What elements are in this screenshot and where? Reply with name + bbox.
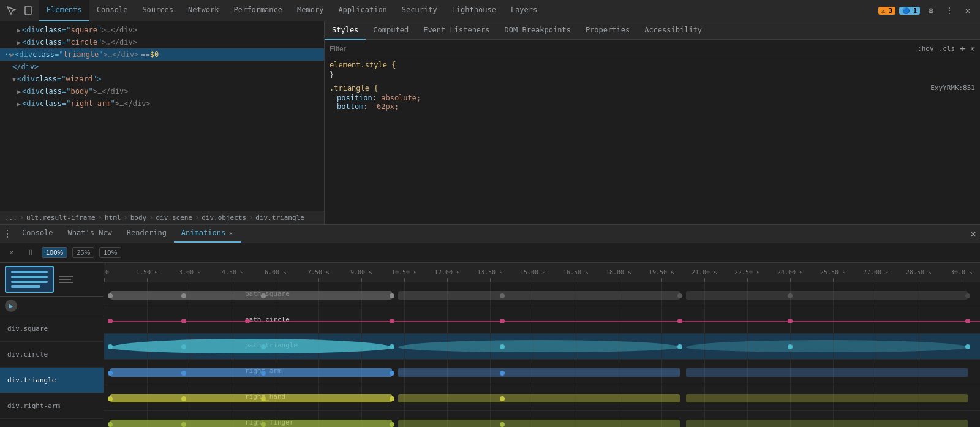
expand-panel-icon[interactable]: ⇱	[971, 45, 975, 53]
dot-rarm-4	[390, 371, 394, 376]
dom-line-wizard[interactable]: ▼ <div class="wizard">	[0, 73, 324, 85]
breadcrumb-item-scene[interactable]: div.scene	[156, 214, 192, 222]
drawer-tab-animations[interactable]: Animations ✕	[174, 224, 241, 243]
timeline-tracks-area: 0 1.50 s 3.00 s 4.50 s	[104, 263, 980, 428]
preview-thumb[interactable]	[5, 266, 54, 293]
css-file-ref[interactable]: ExyYRMK:851	[930, 84, 975, 93]
speed-25-button[interactable]: 25%	[72, 247, 94, 258]
svg-rect-1	[26, 13, 30, 13]
timeline-left: ▶ div.square div.circle div.triangle div…	[0, 263, 104, 428]
tab-application[interactable]: Application	[331, 0, 394, 21]
dom-line-body[interactable]: ▶ <div class="body">…</div>	[0, 85, 324, 97]
breadcrumb-item-more[interactable]: ...	[5, 214, 17, 222]
drawer-close-button[interactable]: ✕	[970, 228, 976, 240]
left-panel: ▶ <div class="square">…</div> ▶ <div cla…	[0, 21, 325, 224]
inspect-icon[interactable]	[4, 3, 18, 18]
tab-event-listeners[interactable]: Event Listeners	[416, 21, 497, 40]
label-div-triangle[interactable]: div.triangle	[0, 368, 104, 393]
dot-circle-1	[108, 319, 113, 323]
dot-square-4	[390, 293, 394, 298]
add-style-icon[interactable]: +	[960, 43, 966, 55]
tick-17: 25.50 s	[833, 278, 834, 282]
dom-line-triangle[interactable]: ••• ▶ <div class="triangle">…</div> == $…	[0, 48, 324, 61]
tick-12: 18.00 s	[619, 278, 619, 282]
drawer-menu-icon[interactable]: ⋮	[0, 224, 15, 243]
filter-input[interactable]	[330, 45, 918, 53]
css-props-block: position: absolute; bottom: -62px;	[330, 94, 975, 111]
tab-network[interactable]: Network	[181, 0, 227, 21]
dot-triangle-4	[390, 344, 394, 349]
tab-layers[interactable]: Layers	[503, 0, 545, 21]
preview-line-3	[11, 281, 48, 283]
label-div-right-hand[interactable]: div.right-hand	[0, 419, 104, 428]
dot-rarm-3	[261, 371, 266, 376]
dot-square-2	[181, 293, 186, 298]
tick-18: 27.00 s	[876, 278, 876, 282]
breadcrumb-item-objects[interactable]: div.objects	[202, 214, 246, 222]
tick-7: 10.50 s	[404, 278, 405, 282]
tick-6: 9.00 s	[361, 278, 362, 282]
drawer-tab-whatsnew[interactable]: What's New	[61, 224, 119, 243]
dom-line-circle[interactable]: ▶ <div class="circle">…</div>	[0, 36, 324, 48]
tab-console[interactable]: Console	[89, 0, 135, 21]
tab-performance[interactable]: Performance	[227, 0, 290, 21]
tab-computed[interactable]: Computed	[366, 21, 416, 40]
label-div-square[interactable]: div.square	[0, 316, 104, 342]
tab-sources[interactable]: Sources	[135, 0, 181, 21]
preview-icon-btn[interactable]	[59, 276, 74, 283]
dot-rhand-4	[390, 396, 394, 401]
dot-rfinger-5	[500, 422, 505, 427]
tab-security[interactable]: Security	[394, 0, 445, 21]
hov-button[interactable]: :hov	[918, 45, 934, 53]
play-button[interactable]: ▶	[5, 300, 17, 312]
breadcrumb-item-body[interactable]: body	[130, 214, 147, 222]
speed-10-button[interactable]: 10%	[99, 247, 121, 258]
tab-elements[interactable]: Elements	[39, 0, 89, 21]
tick-14: 21.00 s	[704, 278, 705, 282]
preview-thumb-content	[11, 271, 48, 288]
dom-tree: ▶ <div class="square">…</div> ▶ <div cla…	[0, 21, 324, 211]
anim-bar-right-arm-rep1	[398, 368, 680, 377]
dom-line-close-div[interactable]: </div>	[0, 61, 324, 73]
speed-100-button[interactable]: 100%	[42, 247, 67, 258]
breadcrumb-item-triangle[interactable]: div.triangle	[255, 214, 304, 222]
preview-line-4	[11, 285, 40, 288]
pause-animation-button[interactable]: ⏸	[23, 246, 37, 259]
stop-animation-button[interactable]: ⊘	[5, 246, 18, 259]
tab-memory[interactable]: Memory	[290, 0, 331, 21]
anim-bar-right-hand	[110, 394, 392, 402]
tick-15: 22.50 s	[747, 278, 748, 282]
dom-line-right-arm[interactable]: ▶ <div class="right-arm">…</div>	[0, 97, 324, 110]
dom-line-square[interactable]: ▶ <div class="square">…</div>	[0, 24, 324, 36]
tab-properties[interactable]: Properties	[578, 21, 637, 40]
anim-bar-right-arm	[110, 368, 392, 377]
dot-square-1	[108, 293, 113, 298]
dot-rhand-2	[181, 396, 186, 401]
dot-rfinger-1	[108, 422, 113, 427]
drawer-tab-close-icon[interactable]: ✕	[228, 230, 234, 236]
nav-right: ⚠ 3 🔵 1 ⚙ ⋮ ✕	[878, 3, 980, 18]
tab-accessibility[interactable]: Accessibility	[637, 21, 709, 40]
device-icon[interactable]	[21, 3, 36, 18]
cls-button[interactable]: .cls	[939, 45, 956, 53]
tab-lighthouse[interactable]: Lighthouse	[445, 0, 503, 21]
tick-2: 3.00 s	[190, 278, 190, 282]
more-icon[interactable]: ⋮	[942, 3, 957, 18]
label-div-circle[interactable]: div.circle	[0, 342, 104, 368]
close-devtools-icon[interactable]: ✕	[960, 3, 975, 18]
breadcrumb-item-html[interactable]: html	[105, 214, 121, 222]
anim-bar-rfinger-rep2	[686, 420, 968, 428]
styles-panel: :hov .cls + ⇱ element.style { } .triangl…	[325, 40, 980, 224]
label-div-right-arm[interactable]: div.right-arm	[0, 393, 104, 419]
tick-1: 1.50 s	[147, 278, 148, 282]
drawer-tab-console[interactable]: Console	[15, 224, 61, 243]
css-prop-bottom: bottom: -62px;	[337, 102, 975, 111]
tab-styles[interactable]: Styles	[325, 21, 366, 40]
ruler-label-spacer: ▶	[0, 297, 104, 316]
drawer-tab-rendering[interactable]: Rendering	[119, 224, 174, 243]
tab-dom-breakpoints[interactable]: DOM Breakpoints	[497, 21, 578, 40]
breadcrumb-item-iframe[interactable]: ult.result-iframe	[26, 214, 96, 222]
dot-circle-2	[181, 319, 186, 323]
settings-icon[interactable]: ⚙	[924, 3, 938, 18]
dot-circle-4	[390, 319, 394, 323]
